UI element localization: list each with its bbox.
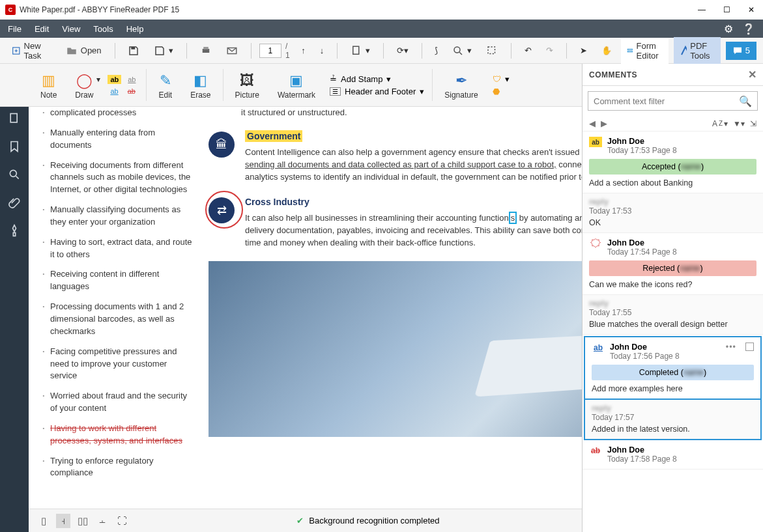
attachment-icon[interactable] (8, 196, 21, 212)
comment-reply: replyToday 17:53OK (583, 193, 763, 233)
page-total: / 1 (285, 42, 292, 60)
list-item: Having to sort, extract data, and route … (42, 236, 195, 261)
list-item: Processing documents with 1 and 2 dimens… (42, 301, 195, 338)
status-text: Background recognition completed (309, 516, 439, 525)
comments-panel: COMMENTS✕ 🔍 ◀ ▶ AZ▾ ▼▾ ⇲ abJohn DoeToday… (582, 64, 763, 532)
search-icon[interactable]: 🔍 (739, 95, 752, 107)
comments-title: COMMENTS (589, 70, 637, 79)
save-icon[interactable] (122, 42, 145, 59)
app-logo-icon: C (5, 5, 16, 15)
cross-industry-icon: ⇄ (209, 197, 235, 223)
next-page-icon[interactable]: ↓ (315, 43, 330, 58)
government-heading: Government (245, 130, 302, 142)
view-fullscreen-icon[interactable]: ⛶ (115, 514, 129, 528)
email-icon[interactable] (221, 42, 243, 59)
menu-view[interactable]: View (62, 24, 80, 34)
list-item: Manually entering data from documents (42, 127, 195, 152)
title-bar: C White Paper.pdf - ABBYY FineReader PDF… (0, 0, 763, 20)
watermark-tool[interactable]: ▣Watermark (268, 64, 324, 106)
shield-icon[interactable]: ⬣ (493, 87, 510, 96)
note-tool[interactable]: ▥Note (31, 64, 66, 106)
header-footer-button[interactable]: ☰Header and Footer ▾ (330, 87, 424, 96)
svg-point-11 (10, 170, 16, 176)
more-icon[interactable]: ••• (726, 343, 736, 352)
add-page-icon[interactable]: ▾ (345, 42, 375, 59)
comment-reply: replyToday 17:57Added in the latest vers… (584, 400, 762, 440)
new-task-button[interactable]: New Task (7, 38, 57, 63)
checkbox[interactable] (745, 343, 754, 351)
redo-icon[interactable]: ↷ (541, 43, 558, 58)
svg-rect-5 (353, 46, 359, 54)
close-comments-icon[interactable]: ✕ (748, 68, 757, 81)
next-comment-icon[interactable]: ▶ (601, 119, 607, 128)
list-item: Receiving documents from different chann… (42, 160, 195, 197)
draw-tool[interactable]: ◯Draw▾ (66, 64, 102, 106)
svg-rect-10 (10, 114, 17, 122)
picture-tool[interactable]: 🖼Picture (226, 64, 268, 106)
list-item: Receiving content in different languages (42, 268, 195, 293)
form-editor-button[interactable]: Form Editor (621, 38, 669, 64)
edit-tool[interactable]: ✎Edit (149, 64, 181, 106)
comment-item[interactable]: abJohn DoeToday 17:58 Page 8 (583, 440, 763, 469)
comments-toggle-button[interactable]: 5 (726, 42, 756, 60)
signature-tool[interactable]: ✒Signature (435, 64, 487, 106)
filter-icon[interactable]: ▼▾ (733, 119, 745, 128)
print-icon[interactable] (195, 42, 217, 59)
minimize-button[interactable]: — (695, 5, 708, 14)
comment-reply: replyToday 17:55Blue matches the overall… (583, 295, 763, 335)
view-continuous-icon[interactable]: ⫞ (56, 514, 70, 528)
erase-tool[interactable]: ◧Erase (181, 64, 220, 106)
add-stamp-button[interactable]: ≟Add Stamp ▾ (330, 74, 424, 84)
sign-icon[interactable] (8, 224, 21, 240)
menu-file[interactable]: File (8, 24, 22, 34)
pointer-icon[interactable]: ➤ (575, 43, 592, 58)
view-single-icon[interactable]: ▯ (36, 514, 51, 528)
open-button[interactable]: Open (61, 42, 107, 59)
close-button[interactable]: ✕ (745, 5, 758, 14)
save-as-icon[interactable]: ▾ (149, 42, 179, 59)
bookmark-icon[interactable] (8, 140, 21, 156)
security-button[interactable]: 🛡 ▾ (493, 74, 510, 84)
page-number-input[interactable] (259, 44, 281, 58)
menu-tools[interactable]: Tools (93, 24, 113, 34)
crop-icon[interactable]: ⟆ (429, 43, 443, 58)
svg-rect-2 (203, 49, 210, 53)
help-icon[interactable]: ❔ (742, 23, 755, 35)
view-two-icon[interactable]: ▯▯ (76, 514, 90, 528)
pdf-tools-button[interactable]: PDF Tools (674, 37, 720, 64)
maximize-button[interactable]: ☐ (720, 5, 733, 14)
list-item: Manually classifying documents as they e… (42, 204, 195, 229)
svg-rect-9 (627, 51, 632, 52)
hand-icon[interactable]: ✋ (596, 43, 617, 58)
comment-item[interactable]: abJohn DoeToday 17:53 Page 8Accepted (na… (583, 132, 763, 193)
svg-point-6 (454, 47, 460, 53)
list-item: Worried about fraud and the security of … (42, 390, 195, 415)
svg-rect-3 (203, 47, 209, 49)
settings-icon[interactable]: ⚙ (724, 23, 733, 35)
pages-icon[interactable] (8, 112, 21, 128)
undo-icon[interactable]: ↶ (519, 43, 537, 58)
bullet-list: complicated processesManually entering d… (42, 107, 195, 487)
select-area-icon[interactable] (481, 42, 503, 59)
menu-edit[interactable]: Edit (35, 24, 49, 34)
government-icon: 🏛 (209, 132, 235, 158)
left-nav (0, 107, 29, 532)
search-icon[interactable] (8, 168, 21, 184)
sort-az-icon[interactable]: AZ▾ (712, 119, 728, 128)
svg-rect-7 (488, 47, 495, 54)
view-book-icon[interactable]: ⫠ (95, 514, 109, 528)
prev-page-icon[interactable]: ↑ (296, 43, 311, 58)
list-item: Facing competitive pressures and need to… (42, 346, 195, 383)
list-item: Trying to enforce regulatory compliance (42, 455, 195, 480)
menu-help[interactable]: Help (126, 24, 144, 34)
expand-icon[interactable]: ⇲ (750, 119, 756, 128)
prev-comment-icon[interactable]: ◀ (589, 119, 596, 128)
find-icon[interactable]: ▾ (447, 42, 477, 59)
comment-filter-input[interactable] (594, 96, 739, 106)
highlight-tools[interactable]: abab abab (102, 64, 143, 106)
list-item: Having to work with different processes,… (42, 423, 195, 447)
comment-filter[interactable]: 🔍 (588, 91, 758, 111)
comment-item[interactable]: John DoeToday 17:54 Page 8Rejected (name… (583, 233, 763, 295)
comment-item[interactable]: abJohn DoeToday 17:56 Page 8•••Completed… (584, 336, 762, 400)
rotate-icon[interactable]: ⟳▾ (392, 43, 414, 58)
